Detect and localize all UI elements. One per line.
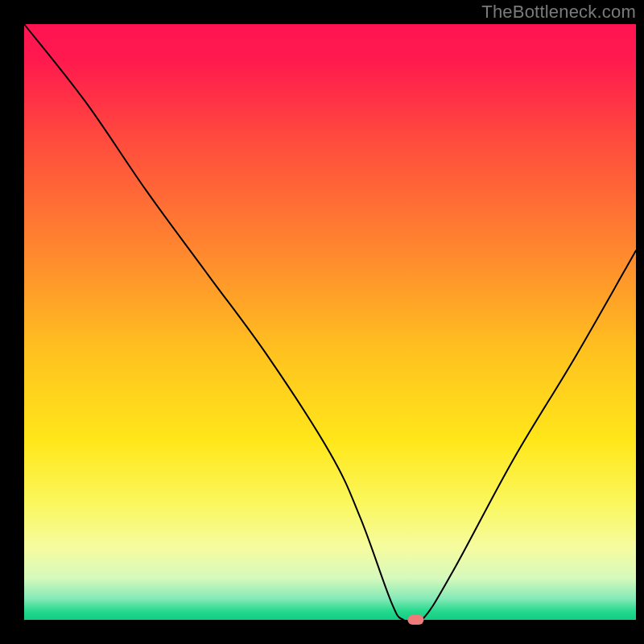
bottleneck-chart bbox=[0, 0, 644, 644]
optimal-marker bbox=[407, 615, 423, 625]
chart-frame: TheBottleneck.com bbox=[0, 0, 644, 644]
plot-background bbox=[24, 24, 636, 620]
